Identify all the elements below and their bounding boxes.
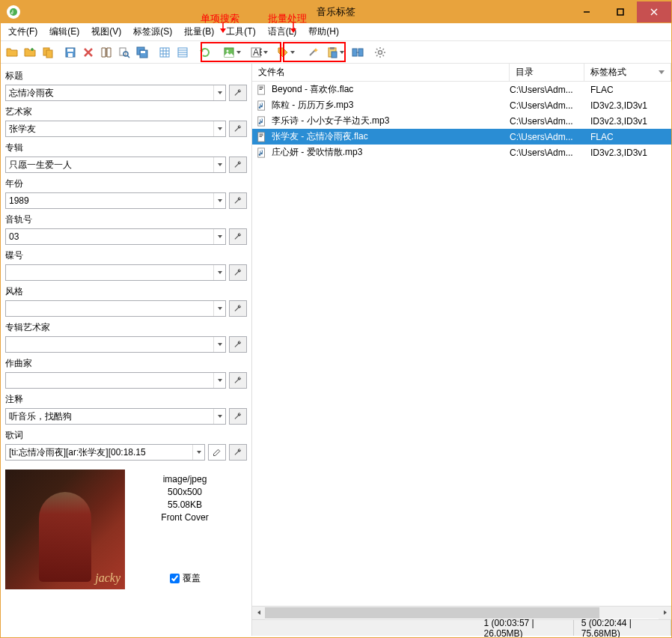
- file-directory: C:\Users\Adm...: [510, 116, 584, 127]
- menu-help[interactable]: 帮助(H): [302, 23, 345, 40]
- svg-marker-55: [664, 610, 667, 615]
- svg-rect-38: [330, 47, 335, 49]
- albumartist-input[interactable]: [5, 336, 226, 353]
- status-bar: 1 (00:03:57 | 26.05MB) 5 (00:20:44 | 75.…: [252, 619, 671, 636]
- menu-language[interactable]: 语言(L): [262, 23, 303, 40]
- column-directory[interactable]: 目录: [510, 64, 584, 81]
- menu-edit[interactable]: 编辑(E): [43, 23, 85, 40]
- svg-rect-51: [260, 135, 263, 136]
- refresh-icon[interactable]: [197, 44, 213, 61]
- file-row[interactable]: 张学友 - 忘情冷雨夜.flacC:\Users\Adm...FLAC: [252, 129, 671, 145]
- flac-file-icon: [257, 85, 270, 95]
- save-all-icon[interactable]: [134, 44, 150, 61]
- cover-art[interactable]: [5, 470, 125, 589]
- genre-config-button[interactable]: [229, 300, 247, 317]
- file-name: 李乐诗 - 小小女子半边天.mp3: [270, 115, 510, 127]
- scroll-thumb[interactable]: [265, 607, 599, 619]
- file-tagformat: ID3v2.3,ID3v1: [584, 100, 671, 111]
- file-name: Beyond - 喜欢你.flac: [270, 83, 510, 96]
- disc-config-button[interactable]: [229, 264, 247, 281]
- text-tool-dropdown[interactable]: ABC: [246, 44, 272, 61]
- title-label: 标题: [5, 70, 247, 82]
- menu-tools[interactable]: 工具(T): [220, 23, 261, 40]
- album-config-button[interactable]: [229, 157, 247, 173]
- artist-input[interactable]: 张学友: [5, 121, 226, 137]
- album-input[interactable]: 只愿一生爱一人: [5, 157, 226, 173]
- save-icon[interactable]: [62, 44, 79, 61]
- add-folder-icon[interactable]: [22, 44, 38, 61]
- menu-tagsource[interactable]: 标签源(S): [127, 23, 178, 40]
- svg-rect-50: [260, 133, 263, 134]
- cover-dimensions: 500x500: [168, 487, 202, 497]
- composer-input[interactable]: [5, 372, 226, 389]
- menu-batch[interactable]: 批量(B): [178, 23, 220, 40]
- svg-rect-46: [260, 89, 263, 90]
- genre-input[interactable]: [5, 300, 226, 317]
- close-button[interactable]: [637, 1, 671, 22]
- tag-tool-dropdown[interactable]: [273, 44, 299, 61]
- artist-label: 艺术家: [5, 106, 247, 118]
- albumartist-label: 专辑艺术家: [5, 321, 247, 334]
- artist-config-button[interactable]: [229, 121, 247, 137]
- file-row[interactable]: 庄心妍 - 爱吹情散.mp3C:\Users\Adm...ID3v2.3,ID3…: [252, 145, 671, 160]
- open-folder-icon[interactable]: [4, 44, 20, 61]
- column-tagformat[interactable]: 标签格式: [584, 64, 671, 81]
- file-row[interactable]: 李乐诗 - 小小女子半边天.mp3C:\Users\Adm...ID3v2.3,…: [252, 113, 671, 129]
- svg-rect-52: [260, 136, 263, 137]
- cover-mime: image/jpeg: [163, 474, 207, 484]
- compare-icon[interactable]: [349, 44, 366, 61]
- maximize-button[interactable]: [603, 1, 637, 22]
- track-config-button[interactable]: [229, 228, 247, 245]
- lyrics-input[interactable]: [ti:忘情冷雨夜][ar:张学友][00:18.15: [5, 444, 205, 461]
- column-filename[interactable]: 文件名: [252, 64, 510, 81]
- cover-size: 55.08KB: [168, 499, 202, 510]
- overwrite-checkbox[interactable]: 覆盖: [170, 572, 201, 589]
- svg-line-17: [127, 55, 129, 58]
- file-row[interactable]: Beyond - 喜欢你.flacC:\Users\Adm...FLAC: [252, 82, 671, 97]
- book-icon[interactable]: [98, 44, 114, 61]
- file-name: 庄心妍 - 爱吹情散.mp3: [270, 146, 510, 159]
- comment-input[interactable]: 听音乐，找酷狗: [5, 408, 226, 425]
- tag-editor-panel: 标题 忘情冷雨夜 艺术家 张学友 专辑 只愿一生爱一人 年份 1989: [1, 64, 252, 636]
- file-list[interactable]: Beyond - 喜欢你.flacC:\Users\Adm...FLAC陈粒 -…: [252, 82, 671, 606]
- svg-rect-13: [68, 53, 73, 57]
- menu-view[interactable]: 视图(V): [85, 23, 127, 40]
- file-directory: C:\Users\Adm...: [510, 100, 584, 111]
- paste-tool-dropdown[interactable]: [323, 44, 348, 61]
- composer-label: 作曲家: [5, 357, 247, 370]
- file-tagformat: ID3v2.3,ID3v1: [584, 148, 671, 158]
- year-config-button[interactable]: [229, 192, 247, 209]
- title-bar: 音乐标签: [1, 1, 671, 23]
- delete-icon[interactable]: [80, 44, 97, 61]
- minimize-button[interactable]: [569, 1, 603, 22]
- disc-input[interactable]: [5, 264, 226, 281]
- comment-config-button[interactable]: [229, 408, 247, 425]
- lyrics-edit-button[interactable]: [208, 444, 226, 461]
- composer-config-button[interactable]: [229, 372, 247, 389]
- file-name: 陈粒 - 历历万乡.mp3: [270, 99, 510, 112]
- menu-bar: 文件(F) 编辑(E) 视图(V) 标签源(S) 批量(B) 工具(T) 语言(…: [1, 23, 671, 41]
- scroll-left-button[interactable]: [252, 607, 265, 619]
- file-name: 张学友 - 忘情冷雨夜.flac: [270, 130, 510, 143]
- menu-file[interactable]: 文件(F): [2, 23, 43, 40]
- file-directory: C:\Users\Adm...: [510, 132, 584, 142]
- file-list-panel: 文件名 目录 标签格式 Beyond - 喜欢你.flacC:\Users\Ad…: [252, 64, 671, 636]
- image-tool-dropdown[interactable]: [219, 44, 245, 61]
- chevron-down-icon: [659, 70, 665, 74]
- find-icon[interactable]: [116, 44, 132, 61]
- wand-icon[interactable]: [305, 44, 321, 61]
- albumartist-config-button[interactable]: [229, 336, 247, 353]
- year-input[interactable]: 1989: [5, 192, 226, 209]
- title-input[interactable]: 忘情冷雨夜: [5, 85, 226, 101]
- file-row[interactable]: 陈粒 - 历历万乡.mp3C:\Users\Adm...ID3v2.3,ID3v…: [252, 97, 671, 113]
- lyrics-config-button[interactable]: [229, 444, 247, 461]
- horizontal-scrollbar[interactable]: [252, 606, 671, 619]
- settings-icon[interactable]: [372, 44, 388, 61]
- svg-marker-54: [257, 610, 260, 615]
- track-input[interactable]: 03: [5, 228, 226, 245]
- title-config-button[interactable]: [229, 85, 247, 101]
- track-label: 音轨号: [5, 213, 247, 226]
- grid-icon[interactable]: [156, 44, 173, 61]
- list-icon[interactable]: [174, 44, 191, 61]
- copy-icon[interactable]: [40, 44, 56, 61]
